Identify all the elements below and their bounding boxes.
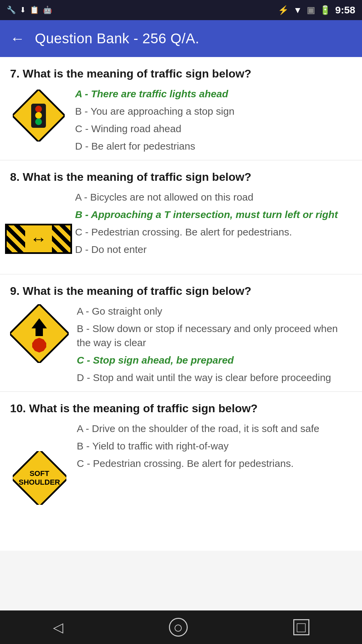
answer-8-a: A - Bicycles are not allowed on this roa… bbox=[75, 190, 352, 204]
stop-ahead-sign bbox=[10, 304, 69, 363]
question-10-answers: A - Drive on the shoulder of the road, i… bbox=[77, 422, 352, 471]
calendar-icon: 📋 bbox=[30, 6, 39, 14]
wifi-icon: ▼ bbox=[293, 5, 302, 15]
signal-icon: ▣ bbox=[307, 5, 315, 15]
download-icon: ⬇ bbox=[20, 6, 26, 14]
question-7-body: A - There are traffic lights ahead B - Y… bbox=[10, 87, 352, 153]
answer-10-c: C - Pedestrian crossing. Be alert for pe… bbox=[77, 457, 352, 471]
nav-bar: ◁ ○ □ bbox=[0, 610, 362, 644]
answer-7-b: B - You are approaching a stop sign bbox=[75, 104, 352, 118]
question-7-title: 7. What is the meaning of traffic sign b… bbox=[10, 67, 352, 80]
time-display: 9:58 bbox=[335, 4, 355, 16]
answer-10-a: A - Drive on the shoulder of the road, i… bbox=[77, 422, 352, 436]
question-10: 10. What is the meaning of traffic sign … bbox=[0, 392, 362, 514]
question-9-answers: A - Go straight only B - Slow down or st… bbox=[77, 304, 352, 385]
soft-shoulder-sign: SOFTSHOULDER bbox=[10, 448, 69, 507]
answer-8-b: B - Approaching a T intersection, must t… bbox=[75, 208, 352, 222]
question-8: 8. What is the meaning of traffic sign b… bbox=[0, 160, 362, 274]
answer-8-d: D - Do not enter bbox=[75, 243, 352, 257]
answer-8-c: C - Pedestrian crossing. Be alert for pe… bbox=[75, 225, 352, 239]
battery-icon: 🔋 bbox=[320, 5, 330, 15]
question-7-answers: A - There are traffic lights ahead B - Y… bbox=[75, 87, 352, 153]
status-icons-left: 🔧 ⬇ 📋 🤖 bbox=[7, 6, 52, 14]
wrench-icon: 🔧 bbox=[7, 6, 16, 14]
answer-7-a: A - There are traffic lights ahead bbox=[75, 87, 352, 101]
app-bar-title: Question Bank - 256 Q/A. bbox=[35, 31, 199, 47]
question-8-body: ↔ A - Bicycles are not allowed on this r… bbox=[10, 190, 352, 267]
answer-9-c: C - Stop sign ahead, be prepared bbox=[77, 353, 352, 367]
nav-home-button[interactable]: ○ bbox=[169, 618, 188, 637]
traffic-light-sign bbox=[10, 87, 67, 144]
back-button[interactable]: ← bbox=[10, 30, 25, 47]
question-9: 9. What is the meaning of traffic sign b… bbox=[0, 274, 362, 392]
t-intersection-sign: ↔ bbox=[10, 210, 67, 267]
answer-10-b: B - Yield to traffic with right-of-way bbox=[77, 439, 352, 453]
svg-point-3 bbox=[35, 112, 42, 119]
question-8-title: 8. What is the meaning of traffic sign b… bbox=[10, 170, 352, 183]
answer-7-c: C - Winding road ahead bbox=[75, 122, 352, 136]
question-8-answers: A - Bicycles are not allowed on this roa… bbox=[75, 190, 352, 257]
status-icons-right: ⚡ ▼ ▣ 🔋 9:58 bbox=[278, 4, 355, 16]
status-bar: 🔧 ⬇ 📋 🤖 ⚡ ▼ ▣ 🔋 9:58 bbox=[0, 0, 362, 20]
question-7: 7. What is the meaning of traffic sign b… bbox=[0, 57, 362, 160]
app-bar: ← Question Bank - 256 Q/A. bbox=[0, 20, 362, 57]
android-icon: 🤖 bbox=[43, 6, 52, 14]
bluetooth-icon: ⚡ bbox=[278, 5, 289, 15]
svg-point-4 bbox=[35, 118, 42, 125]
question-9-title: 9. What is the meaning of traffic sign b… bbox=[10, 284, 352, 298]
answer-9-d: D - Stop and wait until the way is clear… bbox=[77, 371, 352, 385]
question-10-title: 10. What is the meaning of traffic sign … bbox=[10, 402, 352, 415]
nav-back-button[interactable]: ◁ bbox=[53, 620, 63, 635]
answer-7-d: D - Be alert for pedestrians bbox=[75, 139, 352, 153]
answer-9-b: B - Slow down or stop if necessary and o… bbox=[77, 322, 352, 350]
answer-9-a: A - Go straight only bbox=[77, 304, 352, 318]
content-area: 7. What is the meaning of traffic sign b… bbox=[0, 57, 362, 551]
question-10-body: SOFTSHOULDER A - Drive on the shoulder o… bbox=[10, 422, 352, 507]
nav-recent-button[interactable]: □ bbox=[293, 619, 309, 635]
svg-point-2 bbox=[35, 106, 42, 112]
question-9-body: A - Go straight only B - Slow down or st… bbox=[10, 304, 352, 385]
